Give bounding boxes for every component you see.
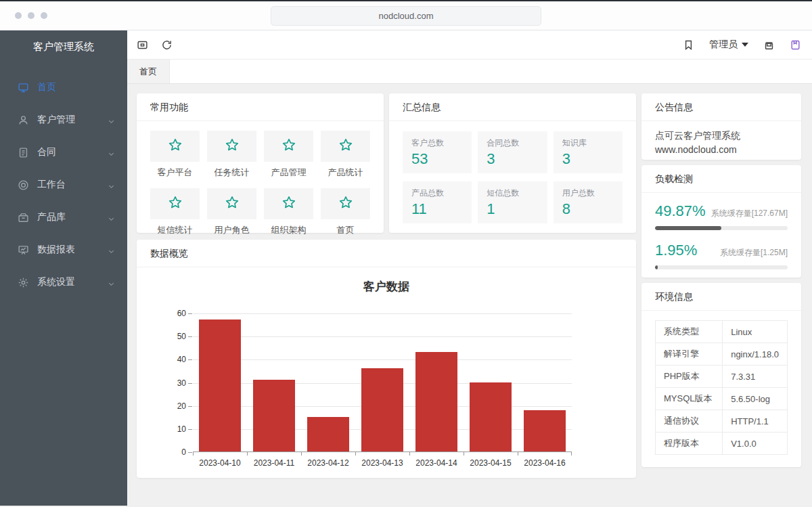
chart-plot [193,313,572,452]
y-tick-label: 50 [177,332,186,341]
x-tick-label: 2023-04-12 [301,458,355,468]
collapse-sidebar-icon[interactable] [137,39,148,51]
shortcut-item[interactable]: 组织架构 [264,188,313,236]
shortcut-label: 任务统计 [207,167,256,179]
env-row: PHP版本7.3.31 [656,366,788,388]
meter-percent: 49.87% [655,202,706,220]
stats-grid: 客户总数53合同总数3知识库3产品总数11短信总数1用户总数8 [389,121,636,234]
shortcut-label: 组织架构 [264,224,313,236]
stat-tile: 客户总数53 [403,131,472,173]
sidebar-nav: 首页客户管理合同工作台产品库数据报表系统设置 [0,71,127,299]
bookmark-icon[interactable] [683,39,694,51]
star-icon [281,137,296,155]
star-icon [225,137,240,155]
env-value: 5.6.50-log [723,388,788,410]
shortcut-item[interactable]: 短信统计 [150,188,200,236]
x-tick-label: 2023-04-10 [193,458,247,468]
env-value: V1.0.0 [723,433,788,455]
env-label: 系统类型 [656,321,723,343]
bar-2023-04-13 [361,368,403,451]
address-bar[interactable]: nodcloud.com [271,6,541,26]
refresh-icon[interactable] [161,39,173,51]
load-meters: 49.87%系统缓存量[127.67M]1.95%系统缓存量[1.25M] [641,193,801,269]
star-icon [338,137,353,155]
window-dot [41,12,47,19]
card-summary-title: 汇总信息 [389,93,636,121]
sidebar-item-home[interactable]: 首页 [0,71,127,104]
card-notice-title: 公告信息 [641,93,801,121]
x-axis-tick [355,451,356,456]
shortcut-item[interactable]: 客户平台 [150,131,200,179]
load-meter: 49.87%系统缓存量[127.67M] [655,202,788,230]
meter-label: 系统缓存量[127.67M] [711,208,788,219]
shortcut-label: 用户角色 [207,224,256,236]
x-axis-tick [193,451,194,456]
document-icon [18,147,29,158]
env-label: 解译引擎 [656,343,723,366]
star-icon [168,137,183,155]
shortcut-item[interactable]: 任务统计 [207,131,256,179]
env-row: 程序版本V1.0.0 [656,433,788,455]
tab-home[interactable]: 首页 [127,60,170,83]
print-icon[interactable] [763,39,775,51]
x-axis-tick [409,451,410,456]
y-tick-label: 30 [177,378,186,388]
user-menu[interactable]: 管理员 [709,39,748,51]
chevron-down-icon [108,214,115,221]
window-dot [28,12,35,19]
x-tick-label: 2023-04-15 [464,458,518,468]
app-title: 客户管理系统 [0,30,127,60]
card-shortcuts-title: 常用功能 [137,93,384,121]
stat-value: 1 [487,200,538,218]
stat-value: 3 [562,150,614,168]
card-load: 负载检测 49.87%系统缓存量[127.67M]1.95%系统缓存量[1.25… [641,165,801,278]
shortcut-label: 客户平台 [150,167,200,179]
env-row: 系统类型Linux [656,321,788,343]
card-overview: 数据概览 客户数据 0102030405060 2023-04-102023-0… [137,240,636,478]
sidebar-item-reports[interactable]: 数据报表 [0,234,127,266]
y-tick-label: 0 [181,447,186,457]
bar-2023-04-14 [415,352,457,451]
card-load-title: 负载检测 [641,165,801,193]
sidebar-item-label: 产品库 [37,211,66,223]
x-tick-label: 2023-04-16 [518,458,572,468]
chevron-down-icon [108,279,115,286]
shortcut-item[interactable]: 首页 [321,188,370,236]
chevron-down-icon [108,181,115,189]
stat-value: 8 [562,200,614,218]
card-env-title: 环境信息 [641,283,801,311]
env-value: HTTP/1.1 [723,410,788,433]
sidebar-item-settings[interactable]: 系统设置 [0,266,127,299]
bar-2023-04-11 [253,380,295,451]
stat-label: 用户总数 [562,188,614,199]
x-tick-label: 2023-04-11 [247,458,301,468]
y-tick-label: 40 [177,355,186,364]
sidebar-item-products[interactable]: 产品库 [0,201,127,234]
sidebar-item-contract[interactable]: 合同 [0,136,127,169]
bar-2023-04-12 [307,417,349,451]
book-icon[interactable] [790,39,801,51]
user-icon [18,114,29,126]
stat-value: 11 [411,200,463,218]
meter-label: 系统缓存量[1.25M] [720,247,788,259]
sidebar-item-customers[interactable]: 客户管理 [0,104,127,136]
browser-chrome: nodcloud.com [0,0,812,30]
sidebar-item-label: 数据报表 [37,244,75,256]
stat-label: 产品总数 [411,188,463,199]
env-label: 通信协议 [656,410,723,433]
sidebar-item-workbench[interactable]: 工作台 [0,169,127,201]
load-meter: 1.95%系统缓存量[1.25M] [655,242,788,269]
stat-value: 3 [487,150,538,168]
chart-yaxis: 0102030405060 [156,313,193,452]
gear-icon [18,277,29,288]
sidebar-item-label: 合同 [37,146,56,158]
shortcut-item[interactable]: 产品统计 [321,131,370,179]
env-row: 通信协议HTTP/1.1 [656,410,788,433]
stat-tile: 短信总数1 [478,181,547,223]
gridline [193,359,572,360]
shortcut-item[interactable]: 用户角色 [207,188,256,236]
x-axis-tick [247,451,248,456]
chevron-down-icon [108,246,115,254]
sidebar-item-label: 工作台 [37,179,66,191]
shortcut-item[interactable]: 产品管理 [264,131,313,179]
